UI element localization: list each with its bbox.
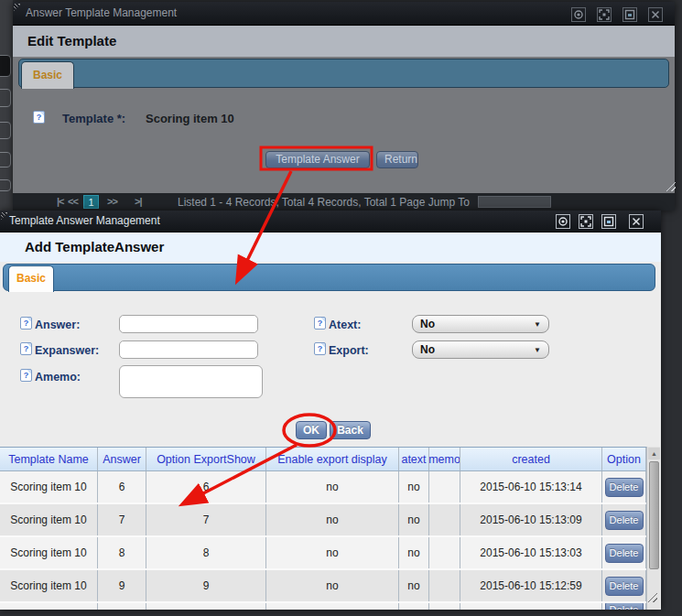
cell-template-name: Scoring item 10 — [0, 504, 98, 535]
cell-answer: 7 — [98, 504, 146, 535]
cell-option: Delete — [602, 603, 646, 610]
delete-button[interactable]: Delete — [605, 577, 644, 596]
cell-enable-export: no — [266, 537, 399, 568]
page-first-button[interactable]: |< — [57, 196, 64, 207]
tab-basic[interactable]: Basic — [21, 61, 74, 89]
col-header: created — [460, 448, 602, 470]
cell-atext: no — [399, 570, 429, 601]
cell-answer: 6 — [98, 471, 146, 503]
export-select-value: No — [420, 343, 435, 356]
dialog2-title: Template Answer Management — [9, 214, 160, 227]
dialog1-heading: Edit Template — [27, 33, 116, 49]
expanswer-input[interactable] — [119, 340, 258, 359]
cell-created: 2015-06-10 15:12:59 — [460, 570, 602, 601]
col-header: atext — [399, 448, 429, 470]
page-number-badge[interactable]: 1 — [83, 195, 99, 209]
background-button-fragment — [0, 55, 11, 77]
restore-icon[interactable] — [601, 214, 616, 229]
cell-memo — [429, 537, 460, 568]
amemo-textarea[interactable] — [119, 365, 263, 398]
cell-memo — [429, 504, 460, 535]
cell-exportshow: 6 — [146, 471, 266, 503]
cell-enable-export: no — [266, 504, 399, 535]
resize-se-grip[interactable] — [666, 181, 676, 191]
help-icon: ? — [20, 369, 32, 382]
resize-nw-grip[interactable] — [1, 212, 8, 220]
dialog1-tabbar: Basic — [18, 59, 669, 88]
delete-button[interactable]: Delete — [605, 544, 644, 563]
cell-answer: 8 — [98, 537, 146, 568]
col-header: Template Name — [0, 448, 98, 470]
cell-template-name: Scoring item 10 — [0, 537, 98, 568]
page-prev-button[interactable]: << — [68, 196, 78, 207]
export-label: Export: — [329, 344, 369, 357]
table-row: Scoring item 10 7 7 no no 2015-06-10 15:… — [0, 504, 646, 537]
help-icon: ? — [20, 342, 32, 355]
dialog2-heading: Add TemplateAnswer — [25, 239, 164, 254]
resize-nw-grip[interactable] — [14, 4, 21, 11]
fullscreen-icon[interactable] — [579, 214, 593, 229]
dialog2-titlebar[interactable]: Template Answer Management — [0, 211, 661, 232]
close-icon[interactable] — [648, 7, 663, 22]
cell-enable-export: no — [266, 570, 399, 601]
page-last-button[interactable]: >| — [135, 196, 142, 207]
cell-answer: 9 — [98, 570, 146, 601]
delete-button[interactable]: Delete — [605, 478, 644, 497]
delete-button[interactable]: Delete — [605, 603, 644, 610]
background-button-fragment — [0, 89, 11, 107]
restore-icon[interactable] — [622, 7, 637, 22]
return-button[interactable]: Return — [376, 151, 418, 168]
screen: Answer Template Management Edit Template — [0, 0, 682, 616]
table-row: Scoring item 10 6 6 no no 2015-06-10 15:… — [0, 471, 646, 504]
expanswer-label: Expanswer: — [35, 344, 99, 357]
chevron-down-icon: ▼ — [534, 346, 541, 354]
cell-option: Delete — [602, 504, 646, 535]
col-header: Option ExportShow — [146, 448, 266, 470]
answer-input[interactable] — [119, 315, 258, 333]
refresh-icon[interactable] — [571, 7, 586, 22]
scroll-up-icon[interactable]: ▲ — [648, 448, 660, 459]
col-header: Answer — [98, 448, 146, 470]
cell-option: Delete — [602, 471, 646, 503]
page-next-button[interactable]: >> — [107, 196, 117, 207]
dialog2-header: Add TemplateAnswer — [0, 232, 661, 262]
scrollbar-thumb[interactable] — [649, 461, 659, 569]
col-header: Option — [602, 448, 646, 470]
col-header: memo — [429, 448, 460, 470]
background-button-fragment — [0, 179, 11, 191]
template-answer-button[interactable]: Template Answer — [265, 151, 370, 168]
dialog-answer-template-management: Answer Template Management Edit Template — [13, 2, 675, 211]
dialog1-titlebar[interactable]: Answer Template Management — [13, 2, 675, 26]
help-icon: ? — [33, 111, 45, 124]
help-icon: ? — [20, 317, 32, 330]
tab-basic[interactable]: Basic — [8, 265, 54, 292]
template-label: Template *: — [62, 112, 125, 125]
cell-option: Delete — [602, 537, 646, 568]
dialog1-title: Answer Template Management — [26, 6, 177, 19]
export-select[interactable]: No ▼ — [412, 340, 549, 359]
ok-button[interactable]: OK — [296, 421, 327, 439]
table-scrollbar[interactable]: ▲ — [646, 447, 660, 610]
back-button[interactable]: Back — [330, 421, 371, 439]
cell-atext: no — [399, 471, 429, 503]
help-icon: ? — [314, 317, 326, 330]
background-button-fragment — [0, 152, 11, 168]
atext-select[interactable]: No ▼ — [412, 315, 549, 333]
refresh-icon[interactable] — [556, 214, 570, 229]
col-header: Enable export display — [266, 448, 399, 470]
table-row-partial: Delete — [0, 603, 646, 610]
fullscreen-icon[interactable] — [597, 7, 612, 22]
close-icon[interactable] — [629, 214, 644, 229]
cell-exportshow: 9 — [146, 570, 266, 601]
jump-to-page-input[interactable] — [478, 196, 551, 208]
dialog-template-answer-management: Template Answer Management Add TemplateA… — [0, 211, 661, 610]
cell-template-name: Scoring item 10 — [0, 570, 98, 601]
cell-option: Delete — [602, 570, 646, 601]
cell-memo — [429, 570, 460, 601]
cell-exportshow: 7 — [146, 504, 266, 535]
atext-select-value: No — [420, 318, 435, 330]
delete-button[interactable]: Delete — [605, 511, 644, 530]
dialog1-pagination: |< << 1 >> >| Listed 1 - 4 Records, Tota… — [13, 193, 675, 211]
records-summary: Listed 1 - 4 Records, Total 4 Records, T… — [178, 196, 470, 209]
chevron-down-icon: ▼ — [534, 320, 541, 329]
